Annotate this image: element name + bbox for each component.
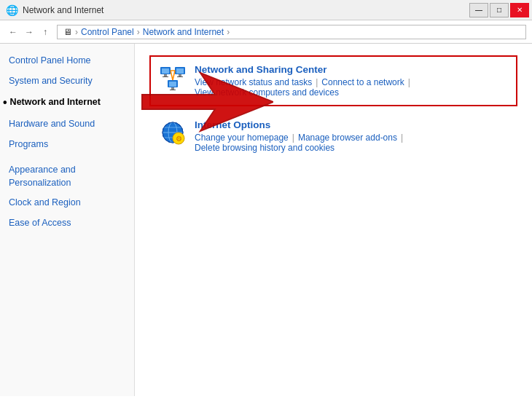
svg-line-13 [171,71,173,80]
breadcrumb-network-internet[interactable]: Network and Internet [143,27,224,37]
sidebar-item-network-internet[interactable]: Network and Internet [0,91,134,114]
svg-text:⚙: ⚙ [176,135,182,143]
address-bar: ← → ↑ 🖥 › Control Panel › Network and In… [0,20,532,44]
network-sharing-center-icon [160,64,186,90]
internet-options-panel: ⚙ Internet Options Change your homepage … [149,111,517,162]
sep-4: | [401,133,403,143]
svg-rect-7 [177,76,183,77]
network-sharing-center-content: Network and Sharing Center View network … [195,64,507,98]
svg-rect-5 [176,68,184,74]
sep-3: | [292,133,294,143]
title-bar: 🌐 Network and Internet — □ ✕ [0,0,532,20]
sidebar-item-clock-region[interactable]: Clock and Region [0,193,134,213]
breadcrumb-icon: 🖥 [63,27,72,37]
change-homepage-link[interactable]: Change your homepage [195,133,289,143]
forward-button[interactable]: → [22,25,36,39]
svg-rect-3 [163,76,168,77]
view-network-computers-link[interactable]: View network computers and devices [195,87,339,98]
network-sharing-center-title[interactable]: Network and Sharing Center [195,64,507,75]
network-sharing-center-links: View network status and tasks | Connect … [195,77,507,98]
sidebar-item-control-panel-home[interactable]: Control Panel Home [0,51,134,71]
internet-options-icon: ⚙ [160,119,186,146]
delete-browsing-history-link[interactable]: Delete browsing history and cookies [195,143,335,153]
sep-1: | [316,77,318,87]
up-button[interactable]: ↑ [38,25,52,39]
breadcrumb-control-panel[interactable]: Control Panel [81,27,134,37]
minimize-button[interactable]: — [469,3,488,17]
main-layout: Control Panel Home System and Security N… [0,44,532,396]
svg-rect-9 [169,82,176,87]
internet-options-links: Change your homepage | Manage browser ad… [195,133,507,153]
address-path[interactable]: 🖥 › Control Panel › Network and Internet… [57,25,526,39]
internet-options-title[interactable]: Internet Options [195,119,507,130]
breadcrumb-separator-2: › [137,27,140,37]
back-button[interactable]: ← [6,25,20,39]
view-network-status-link[interactable]: View network status and tasks [195,77,312,87]
sep-2: | [408,77,410,87]
nav-buttons: ← → ↑ [6,25,52,39]
connect-to-network-link[interactable]: Connect to a network [321,77,404,87]
svg-rect-10 [171,87,174,90]
sidebar-item-ease-of-access[interactable]: Ease of Access [0,213,134,234]
svg-rect-1 [162,68,169,74]
internet-options-content: Internet Options Change your homepage | … [195,119,507,153]
content-area: Network and Sharing Center View network … [135,44,532,396]
sidebar-item-system-security[interactable]: System and Security [0,71,134,92]
window-title: Network and Internet [23,5,103,15]
manage-browser-addons-link[interactable]: Manage browser add-ons [298,133,397,143]
network-sharing-center-panel: Network and Sharing Center View network … [149,55,517,106]
sidebar-item-hardware-sound[interactable]: Hardware and Sound [0,114,134,135]
svg-rect-11 [170,90,176,90]
window-icon: 🌐 [6,4,18,16]
svg-rect-6 [179,74,181,76]
sidebar: Control Panel Home System and Security N… [0,44,135,396]
breadcrumb-separator-1: › [75,27,78,37]
sidebar-item-programs[interactable]: Programs [0,135,134,155]
window-controls: — □ ✕ [469,3,529,17]
window-title-area: 🌐 Network and Internet [6,4,103,16]
breadcrumb-separator-3: › [227,27,230,37]
svg-rect-2 [164,74,167,76]
maximize-button[interactable]: □ [490,3,509,17]
sidebar-item-appearance-personalization[interactable]: Appearance and Personalization [0,160,134,193]
close-button[interactable]: ✕ [510,3,529,17]
svg-line-14 [173,71,175,80]
